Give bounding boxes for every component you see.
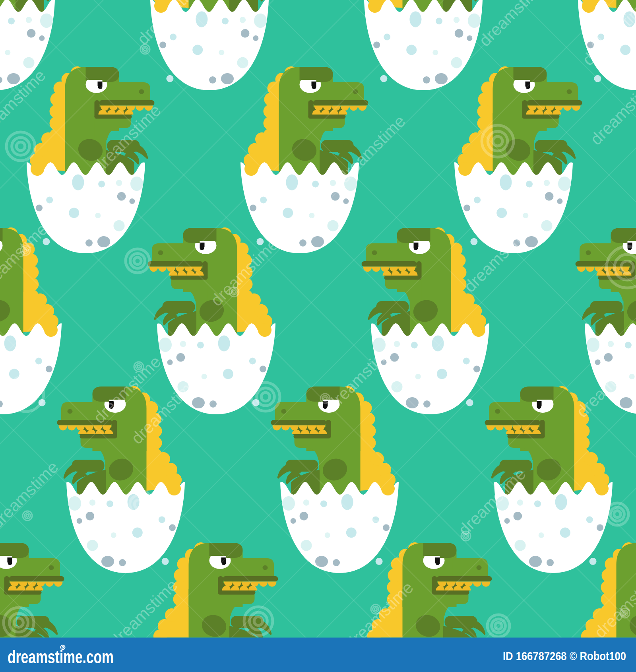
svg-text:dreamstime.com: dreamstime.com	[8, 647, 114, 667]
svg-text:ID 166787268 © Robot100: ID 166787268 © Robot100	[503, 650, 626, 662]
